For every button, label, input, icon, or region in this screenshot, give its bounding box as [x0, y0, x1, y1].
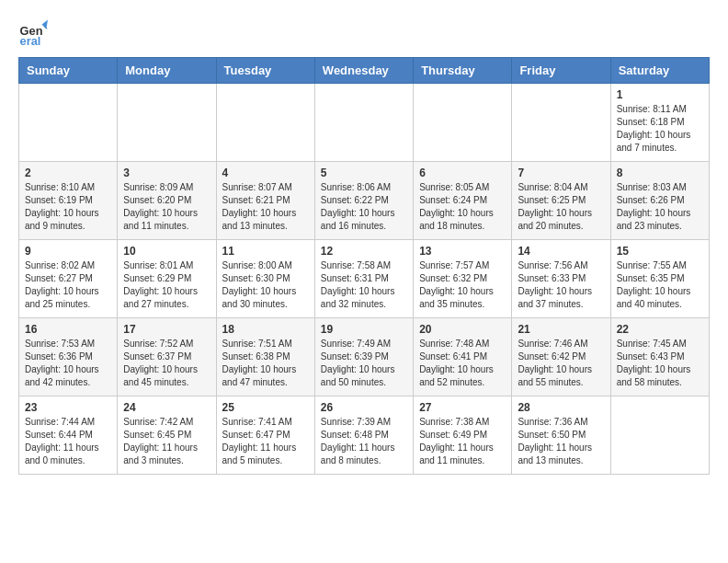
- calendar-table: SundayMondayTuesdayWednesdayThursdayFrid…: [18, 57, 710, 475]
- day-info: Sunrise: 7:51 AM Sunset: 6:38 PM Dayligh…: [222, 338, 309, 389]
- svg-text:eral: eral: [20, 34, 41, 48]
- calendar-cell: 8Sunrise: 8:03 AM Sunset: 6:26 PM Daylig…: [610, 162, 709, 240]
- day-info: Sunrise: 8:07 AM Sunset: 6:21 PM Dayligh…: [222, 181, 309, 233]
- calendar-week-row: 9Sunrise: 8:02 AM Sunset: 6:27 PM Daylig…: [19, 240, 710, 318]
- calendar-cell: 9Sunrise: 8:02 AM Sunset: 6:27 PM Daylig…: [19, 240, 118, 318]
- calendar-cell: 3Sunrise: 8:09 AM Sunset: 6:20 PM Daylig…: [118, 162, 216, 240]
- day-info: Sunrise: 7:52 AM Sunset: 6:37 PM Dayligh…: [123, 338, 210, 389]
- day-number: 16: [25, 323, 111, 336]
- day-info: Sunrise: 8:09 AM Sunset: 6:20 PM Dayligh…: [123, 181, 210, 233]
- calendar-cell: 14Sunrise: 7:56 AM Sunset: 6:33 PM Dayli…: [512, 240, 610, 318]
- svg-marker-2: [42, 20, 48, 29]
- day-number: 17: [123, 323, 210, 336]
- calendar-cell: 10Sunrise: 8:01 AM Sunset: 6:29 PM Dayli…: [118, 240, 216, 318]
- day-info: Sunrise: 7:36 AM Sunset: 6:50 PM Dayligh…: [518, 416, 604, 467]
- day-info: Sunrise: 7:53 AM Sunset: 6:36 PM Dayligh…: [25, 338, 111, 389]
- day-info: Sunrise: 7:55 AM Sunset: 6:35 PM Dayligh…: [617, 259, 703, 311]
- calendar-cell: [216, 84, 314, 162]
- day-number: 5: [321, 167, 407, 179]
- calendar-header-row: SundayMondayTuesdayWednesdayThursdayFrid…: [19, 58, 710, 84]
- day-info: Sunrise: 7:58 AM Sunset: 6:31 PM Dayligh…: [321, 259, 407, 311]
- day-info: Sunrise: 8:10 AM Sunset: 6:19 PM Dayligh…: [25, 181, 111, 233]
- calendar-cell: 27Sunrise: 7:38 AM Sunset: 6:49 PM Dayli…: [414, 396, 512, 475]
- day-header-saturday: Saturday: [610, 58, 709, 84]
- day-info: Sunrise: 7:57 AM Sunset: 6:32 PM Dayligh…: [419, 259, 506, 311]
- page-header: Gen eral: [18, 18, 710, 48]
- day-number: 1: [617, 88, 703, 101]
- day-info: Sunrise: 8:00 AM Sunset: 6:30 PM Dayligh…: [222, 259, 309, 311]
- day-info: Sunrise: 8:11 AM Sunset: 6:18 PM Dayligh…: [617, 103, 703, 155]
- calendar-cell: [512, 84, 610, 162]
- day-number: 9: [25, 245, 111, 258]
- calendar-cell: 15Sunrise: 7:55 AM Sunset: 6:35 PM Dayli…: [610, 240, 709, 318]
- day-header-thursday: Thursday: [414, 58, 512, 84]
- day-number: 23: [25, 401, 111, 414]
- calendar-cell: 12Sunrise: 7:58 AM Sunset: 6:31 PM Dayli…: [314, 240, 413, 318]
- day-number: 2: [25, 167, 111, 179]
- day-info: Sunrise: 7:56 AM Sunset: 6:33 PM Dayligh…: [518, 259, 604, 311]
- day-number: 21: [518, 323, 604, 336]
- calendar-cell: 6Sunrise: 8:05 AM Sunset: 6:24 PM Daylig…: [414, 162, 512, 240]
- day-info: Sunrise: 8:06 AM Sunset: 6:22 PM Dayligh…: [321, 181, 407, 233]
- day-info: Sunrise: 7:46 AM Sunset: 6:42 PM Dayligh…: [518, 338, 604, 389]
- calendar-cell: 23Sunrise: 7:44 AM Sunset: 6:44 PM Dayli…: [19, 396, 118, 475]
- calendar-cell: 20Sunrise: 7:48 AM Sunset: 6:41 PM Dayli…: [414, 318, 512, 396]
- calendar-cell: 13Sunrise: 7:57 AM Sunset: 6:32 PM Dayli…: [414, 240, 512, 318]
- day-number: 20: [419, 323, 506, 336]
- day-number: 12: [321, 245, 407, 258]
- calendar-week-row: 16Sunrise: 7:53 AM Sunset: 6:36 PM Dayli…: [19, 318, 710, 396]
- calendar-week-row: 1Sunrise: 8:11 AM Sunset: 6:18 PM Daylig…: [19, 84, 710, 162]
- day-number: 15: [617, 245, 703, 258]
- calendar-cell: 26Sunrise: 7:39 AM Sunset: 6:48 PM Dayli…: [314, 396, 413, 475]
- calendar-cell: [314, 84, 413, 162]
- day-info: Sunrise: 8:05 AM Sunset: 6:24 PM Dayligh…: [419, 181, 506, 233]
- calendar-cell: [118, 84, 216, 162]
- day-header-monday: Monday: [118, 58, 216, 84]
- calendar-cell: 18Sunrise: 7:51 AM Sunset: 6:38 PM Dayli…: [216, 318, 314, 396]
- calendar-cell: 24Sunrise: 7:42 AM Sunset: 6:45 PM Dayli…: [118, 396, 216, 475]
- day-number: 26: [321, 401, 407, 414]
- calendar-cell: 25Sunrise: 7:41 AM Sunset: 6:47 PM Dayli…: [216, 396, 314, 475]
- calendar-cell: 19Sunrise: 7:49 AM Sunset: 6:39 PM Dayli…: [314, 318, 413, 396]
- calendar-week-row: 2Sunrise: 8:10 AM Sunset: 6:19 PM Daylig…: [19, 162, 710, 240]
- calendar-cell: [19, 84, 118, 162]
- day-number: 8: [617, 167, 703, 179]
- day-info: Sunrise: 7:38 AM Sunset: 6:49 PM Dayligh…: [419, 416, 506, 467]
- day-info: Sunrise: 8:04 AM Sunset: 6:25 PM Dayligh…: [518, 181, 604, 233]
- day-info: Sunrise: 7:49 AM Sunset: 6:39 PM Dayligh…: [321, 338, 407, 389]
- day-header-friday: Friday: [512, 58, 610, 84]
- day-info: Sunrise: 7:48 AM Sunset: 6:41 PM Dayligh…: [419, 338, 506, 389]
- day-number: 6: [419, 167, 506, 179]
- day-info: Sunrise: 8:01 AM Sunset: 6:29 PM Dayligh…: [123, 259, 210, 311]
- day-info: Sunrise: 7:44 AM Sunset: 6:44 PM Dayligh…: [25, 416, 111, 467]
- day-info: Sunrise: 8:02 AM Sunset: 6:27 PM Dayligh…: [25, 259, 111, 311]
- calendar-cell: 21Sunrise: 7:46 AM Sunset: 6:42 PM Dayli…: [512, 318, 610, 396]
- day-info: Sunrise: 7:42 AM Sunset: 6:45 PM Dayligh…: [123, 416, 210, 467]
- day-number: 28: [518, 401, 604, 414]
- day-header-sunday: Sunday: [19, 58, 118, 84]
- day-number: 3: [123, 167, 210, 179]
- day-info: Sunrise: 7:39 AM Sunset: 6:48 PM Dayligh…: [321, 416, 407, 467]
- day-number: 19: [321, 323, 407, 336]
- day-number: 18: [222, 323, 309, 336]
- calendar-cell: [610, 396, 709, 475]
- day-number: 4: [222, 167, 309, 179]
- day-number: 22: [617, 323, 703, 336]
- calendar-cell: 22Sunrise: 7:45 AM Sunset: 6:43 PM Dayli…: [610, 318, 709, 396]
- calendar-cell: 17Sunrise: 7:52 AM Sunset: 6:37 PM Dayli…: [118, 318, 216, 396]
- day-number: 10: [123, 245, 210, 258]
- day-info: Sunrise: 7:45 AM Sunset: 6:43 PM Dayligh…: [617, 338, 703, 389]
- day-info: Sunrise: 8:03 AM Sunset: 6:26 PM Dayligh…: [617, 181, 703, 233]
- calendar-cell: 16Sunrise: 7:53 AM Sunset: 6:36 PM Dayli…: [19, 318, 118, 396]
- calendar-cell: 1Sunrise: 8:11 AM Sunset: 6:18 PM Daylig…: [610, 84, 709, 162]
- day-number: 14: [518, 245, 604, 258]
- calendar-cell: [414, 84, 512, 162]
- day-number: 27: [419, 401, 506, 414]
- calendar-cell: 4Sunrise: 8:07 AM Sunset: 6:21 PM Daylig…: [216, 162, 314, 240]
- day-number: 25: [222, 401, 309, 414]
- calendar-cell: 7Sunrise: 8:04 AM Sunset: 6:25 PM Daylig…: [512, 162, 610, 240]
- calendar-cell: 11Sunrise: 8:00 AM Sunset: 6:30 PM Dayli…: [216, 240, 314, 318]
- day-number: 24: [123, 401, 210, 414]
- calendar-week-row: 23Sunrise: 7:44 AM Sunset: 6:44 PM Dayli…: [19, 396, 710, 475]
- day-number: 13: [419, 245, 506, 258]
